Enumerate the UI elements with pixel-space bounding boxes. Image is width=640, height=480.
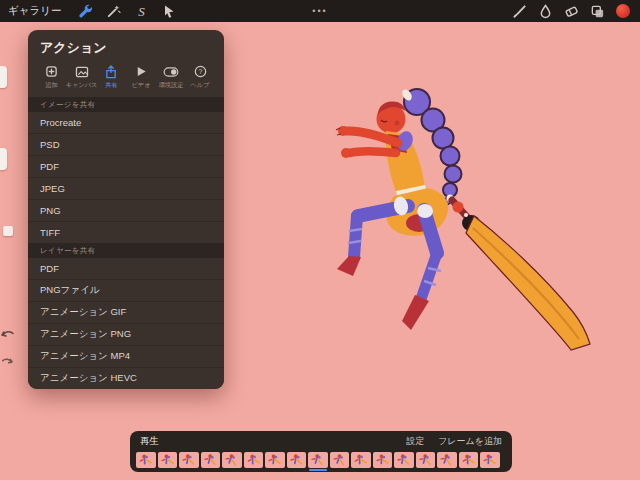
- share-item-tiff[interactable]: TIFF: [28, 222, 224, 243]
- frame-art: [308, 452, 328, 468]
- frame-thumb-12[interactable]: [373, 452, 393, 468]
- layer-share-list: PDFPNGファイルアニメーション GIFアニメーション PNGアニメーション …: [28, 258, 224, 389]
- actions-wrench-icon: [77, 3, 93, 19]
- frame-thumb-4[interactable]: [201, 452, 221, 468]
- frame-thumb-9[interactable]: [308, 452, 328, 468]
- frame-art: [265, 452, 285, 468]
- frame-art: [287, 452, 307, 468]
- frame-thumb-1[interactable]: [136, 452, 156, 468]
- transform-button[interactable]: [155, 0, 183, 22]
- tab-help[interactable]: ? ヘルプ: [185, 64, 215, 90]
- actions-panel-title: アクション: [28, 30, 224, 61]
- brush-size-slider[interactable]: [0, 66, 7, 88]
- actions-panel: アクション 追加 キャンバス 共有 ビデオ: [28, 30, 224, 389]
- frame-art: [244, 452, 264, 468]
- smudge-button[interactable]: [532, 0, 558, 22]
- section-header-share-layers: レイヤーを共有: [28, 243, 224, 258]
- frame-art: [480, 452, 500, 468]
- frame-thumb-2[interactable]: [158, 452, 178, 468]
- frame-strip: [130, 449, 512, 468]
- transform-arrow-icon: [162, 4, 176, 19]
- timeline-header: 再生 設定 フレームを追加: [130, 431, 512, 449]
- frame-thumb-11[interactable]: [351, 452, 371, 468]
- frame-thumb-8[interactable]: [287, 452, 307, 468]
- animation-timeline: 再生 設定 フレームを追加: [130, 431, 512, 472]
- timeline-settings-button[interactable]: 設定: [406, 435, 424, 448]
- redo-icon: [1, 356, 13, 367]
- gallery-button[interactable]: ギャラリー: [8, 4, 61, 18]
- character-illustration: [336, 88, 590, 350]
- adjustments-wand-icon: [106, 4, 121, 19]
- frame-thumb-14[interactable]: [416, 452, 436, 468]
- frame-art: [158, 452, 178, 468]
- frame-thumb-5[interactable]: [222, 452, 242, 468]
- layers-button[interactable]: [584, 0, 610, 22]
- share-item-procreate[interactable]: Procreate: [28, 112, 224, 134]
- actions-button[interactable]: [71, 0, 99, 22]
- frame-art: [351, 452, 371, 468]
- add-frame-button[interactable]: フレームを追加: [438, 435, 502, 448]
- share-item-gif[interactable]: アニメーション GIF: [28, 302, 224, 324]
- eraser-icon: [564, 4, 579, 18]
- frame-art: [201, 452, 221, 468]
- opacity-slider[interactable]: [0, 148, 7, 170]
- smudge-icon: [539, 4, 552, 19]
- share-item-png[interactable]: PNG: [28, 200, 224, 222]
- share-item-jpeg[interactable]: JPEG: [28, 178, 224, 200]
- share-item-mp4[interactable]: アニメーション MP4: [28, 346, 224, 368]
- brush-icon: [512, 4, 527, 19]
- canvas-icon: [75, 64, 89, 79]
- redo-button[interactable]: [1, 353, 13, 371]
- share-item-psd[interactable]: PSD: [28, 134, 224, 156]
- tab-share[interactable]: 共有: [97, 64, 127, 90]
- color-swatch: [616, 4, 630, 18]
- frame-art: [222, 452, 242, 468]
- image-share-list: ProcreatePSDPDFJPEGPNGTIFF: [28, 112, 224, 243]
- share-item-png[interactable]: アニメーション PNG: [28, 324, 224, 346]
- share-item-png[interactable]: PNGファイル: [28, 280, 224, 302]
- tab-canvas[interactable]: キャンバス: [67, 64, 97, 90]
- frame-art: [373, 452, 393, 468]
- brush-button[interactable]: [506, 0, 532, 22]
- frame-art: [330, 452, 350, 468]
- tab-preferences[interactable]: 環境設定: [156, 64, 186, 90]
- top-toolbar: ギャラリー S •••: [0, 0, 640, 22]
- share-item-pdf[interactable]: PDF: [28, 258, 224, 280]
- frame-thumb-7[interactable]: [265, 452, 285, 468]
- svg-text:?: ?: [198, 68, 202, 75]
- share-item-hevc[interactable]: アニメーション HEVC: [28, 368, 224, 389]
- paint-tools-group: [506, 0, 636, 22]
- selection-s-icon: S: [138, 5, 145, 18]
- frame-thumb-6[interactable]: [244, 452, 264, 468]
- undo-icon: [1, 328, 15, 341]
- tab-video[interactable]: ビデオ: [126, 64, 156, 90]
- undo-button[interactable]: [1, 327, 15, 345]
- play-button[interactable]: 再生: [140, 435, 159, 448]
- frame-thumb-3[interactable]: [179, 452, 199, 468]
- frame-art: [179, 452, 199, 468]
- adjustments-button[interactable]: [99, 0, 127, 22]
- canvas-options-button[interactable]: •••: [312, 6, 327, 16]
- layers-icon: [590, 4, 605, 19]
- selection-button[interactable]: S: [127, 0, 155, 22]
- add-icon: [45, 64, 58, 79]
- modify-button[interactable]: [3, 226, 13, 236]
- video-icon: [135, 64, 147, 79]
- preferences-icon: [163, 64, 179, 79]
- section-header-share-image: イメージを共有: [28, 97, 224, 112]
- frame-art: [416, 452, 436, 468]
- frame-thumb-16[interactable]: [459, 452, 479, 468]
- frame-thumb-15[interactable]: [437, 452, 457, 468]
- tab-add[interactable]: 追加: [37, 64, 67, 90]
- frame-thumb-13[interactable]: [394, 452, 414, 468]
- frame-thumb-17[interactable]: [480, 452, 500, 468]
- help-icon: ?: [194, 64, 207, 79]
- eraser-button[interactable]: [558, 0, 584, 22]
- frame-art: [437, 452, 457, 468]
- share-icon: [105, 64, 117, 79]
- color-button[interactable]: [610, 0, 636, 22]
- share-item-pdf[interactable]: PDF: [28, 156, 224, 178]
- frame-art: [394, 452, 414, 468]
- frame-thumb-10[interactable]: [330, 452, 350, 468]
- frame-art: [459, 452, 479, 468]
